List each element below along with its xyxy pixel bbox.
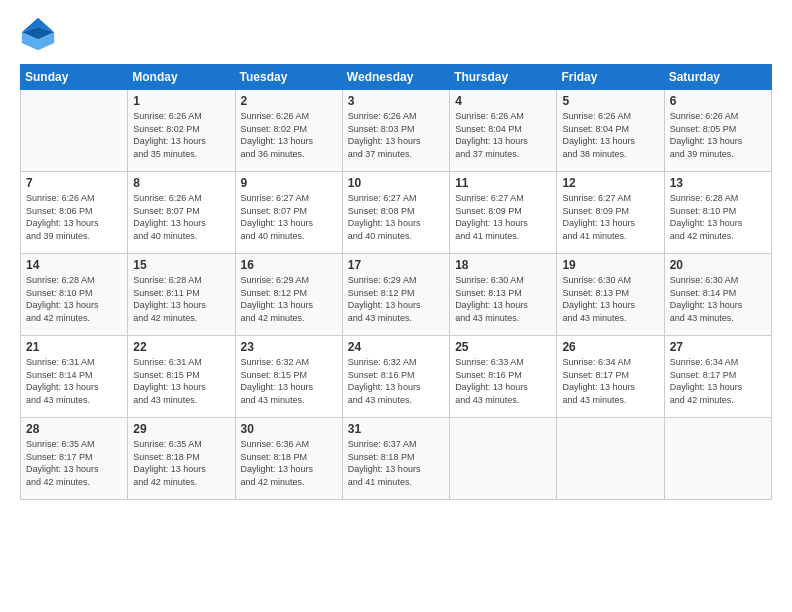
cell-info: Sunrise: 6:30 AM Sunset: 8:14 PM Dayligh…	[670, 274, 766, 324]
day-number: 6	[670, 94, 766, 108]
cell-info: Sunrise: 6:30 AM Sunset: 8:13 PM Dayligh…	[562, 274, 658, 324]
calendar-cell: 19Sunrise: 6:30 AM Sunset: 8:13 PM Dayli…	[557, 254, 664, 336]
calendar-cell: 24Sunrise: 6:32 AM Sunset: 8:16 PM Dayli…	[342, 336, 449, 418]
calendar-cell: 18Sunrise: 6:30 AM Sunset: 8:13 PM Dayli…	[450, 254, 557, 336]
calendar-cell: 9Sunrise: 6:27 AM Sunset: 8:07 PM Daylig…	[235, 172, 342, 254]
calendar-cell: 1Sunrise: 6:26 AM Sunset: 8:02 PM Daylig…	[128, 90, 235, 172]
calendar-cell: 10Sunrise: 6:27 AM Sunset: 8:08 PM Dayli…	[342, 172, 449, 254]
cell-info: Sunrise: 6:26 AM Sunset: 8:05 PM Dayligh…	[670, 110, 766, 160]
cell-info: Sunrise: 6:26 AM Sunset: 8:04 PM Dayligh…	[455, 110, 551, 160]
calendar-cell: 6Sunrise: 6:26 AM Sunset: 8:05 PM Daylig…	[664, 90, 771, 172]
calendar-cell: 20Sunrise: 6:30 AM Sunset: 8:14 PM Dayli…	[664, 254, 771, 336]
calendar-week-row: 14Sunrise: 6:28 AM Sunset: 8:10 PM Dayli…	[21, 254, 772, 336]
day-number: 24	[348, 340, 444, 354]
cell-info: Sunrise: 6:26 AM Sunset: 8:07 PM Dayligh…	[133, 192, 229, 242]
day-number: 12	[562, 176, 658, 190]
calendar-week-row: 7Sunrise: 6:26 AM Sunset: 8:06 PM Daylig…	[21, 172, 772, 254]
day-number: 4	[455, 94, 551, 108]
day-number: 10	[348, 176, 444, 190]
day-number: 23	[241, 340, 337, 354]
day-number: 13	[670, 176, 766, 190]
weekday-header: Monday	[128, 65, 235, 90]
day-number: 9	[241, 176, 337, 190]
calendar-cell: 15Sunrise: 6:28 AM Sunset: 8:11 PM Dayli…	[128, 254, 235, 336]
day-number: 2	[241, 94, 337, 108]
day-number: 1	[133, 94, 229, 108]
day-number: 8	[133, 176, 229, 190]
calendar-cell: 3Sunrise: 6:26 AM Sunset: 8:03 PM Daylig…	[342, 90, 449, 172]
calendar-cell: 16Sunrise: 6:29 AM Sunset: 8:12 PM Dayli…	[235, 254, 342, 336]
cell-info: Sunrise: 6:32 AM Sunset: 8:16 PM Dayligh…	[348, 356, 444, 406]
weekday-header: Sunday	[21, 65, 128, 90]
day-number: 20	[670, 258, 766, 272]
cell-info: Sunrise: 6:26 AM Sunset: 8:03 PM Dayligh…	[348, 110, 444, 160]
day-number: 29	[133, 422, 229, 436]
calendar-cell: 25Sunrise: 6:33 AM Sunset: 8:16 PM Dayli…	[450, 336, 557, 418]
day-number: 15	[133, 258, 229, 272]
calendar-cell: 2Sunrise: 6:26 AM Sunset: 8:02 PM Daylig…	[235, 90, 342, 172]
day-number: 5	[562, 94, 658, 108]
calendar-cell: 22Sunrise: 6:31 AM Sunset: 8:15 PM Dayli…	[128, 336, 235, 418]
cell-info: Sunrise: 6:32 AM Sunset: 8:15 PM Dayligh…	[241, 356, 337, 406]
cell-info: Sunrise: 6:31 AM Sunset: 8:14 PM Dayligh…	[26, 356, 122, 406]
header-row: SundayMondayTuesdayWednesdayThursdayFrid…	[21, 65, 772, 90]
logo-icon	[20, 16, 56, 52]
weekday-header: Wednesday	[342, 65, 449, 90]
cell-info: Sunrise: 6:28 AM Sunset: 8:11 PM Dayligh…	[133, 274, 229, 324]
cell-info: Sunrise: 6:29 AM Sunset: 8:12 PM Dayligh…	[241, 274, 337, 324]
weekday-header: Saturday	[664, 65, 771, 90]
day-number: 26	[562, 340, 658, 354]
day-number: 25	[455, 340, 551, 354]
cell-info: Sunrise: 6:33 AM Sunset: 8:16 PM Dayligh…	[455, 356, 551, 406]
calendar-cell: 26Sunrise: 6:34 AM Sunset: 8:17 PM Dayli…	[557, 336, 664, 418]
cell-info: Sunrise: 6:34 AM Sunset: 8:17 PM Dayligh…	[562, 356, 658, 406]
day-number: 17	[348, 258, 444, 272]
cell-info: Sunrise: 6:31 AM Sunset: 8:15 PM Dayligh…	[133, 356, 229, 406]
day-number: 22	[133, 340, 229, 354]
calendar-week-row: 21Sunrise: 6:31 AM Sunset: 8:14 PM Dayli…	[21, 336, 772, 418]
calendar-cell: 14Sunrise: 6:28 AM Sunset: 8:10 PM Dayli…	[21, 254, 128, 336]
calendar-cell: 23Sunrise: 6:32 AM Sunset: 8:15 PM Dayli…	[235, 336, 342, 418]
page-container: SundayMondayTuesdayWednesdayThursdayFrid…	[0, 0, 792, 510]
calendar-cell	[21, 90, 128, 172]
day-number: 3	[348, 94, 444, 108]
cell-info: Sunrise: 6:27 AM Sunset: 8:09 PM Dayligh…	[562, 192, 658, 242]
calendar-cell: 21Sunrise: 6:31 AM Sunset: 8:14 PM Dayli…	[21, 336, 128, 418]
calendar-cell: 11Sunrise: 6:27 AM Sunset: 8:09 PM Dayli…	[450, 172, 557, 254]
calendar-week-row: 28Sunrise: 6:35 AM Sunset: 8:17 PM Dayli…	[21, 418, 772, 500]
day-number: 18	[455, 258, 551, 272]
cell-info: Sunrise: 6:28 AM Sunset: 8:10 PM Dayligh…	[670, 192, 766, 242]
calendar-cell: 12Sunrise: 6:27 AM Sunset: 8:09 PM Dayli…	[557, 172, 664, 254]
cell-info: Sunrise: 6:34 AM Sunset: 8:17 PM Dayligh…	[670, 356, 766, 406]
calendar-cell: 4Sunrise: 6:26 AM Sunset: 8:04 PM Daylig…	[450, 90, 557, 172]
cell-info: Sunrise: 6:27 AM Sunset: 8:07 PM Dayligh…	[241, 192, 337, 242]
calendar-cell: 7Sunrise: 6:26 AM Sunset: 8:06 PM Daylig…	[21, 172, 128, 254]
day-number: 28	[26, 422, 122, 436]
cell-info: Sunrise: 6:26 AM Sunset: 8:02 PM Dayligh…	[241, 110, 337, 160]
day-number: 7	[26, 176, 122, 190]
weekday-header: Friday	[557, 65, 664, 90]
day-number: 16	[241, 258, 337, 272]
cell-info: Sunrise: 6:28 AM Sunset: 8:10 PM Dayligh…	[26, 274, 122, 324]
cell-info: Sunrise: 6:27 AM Sunset: 8:09 PM Dayligh…	[455, 192, 551, 242]
weekday-header: Tuesday	[235, 65, 342, 90]
calendar-cell: 31Sunrise: 6:37 AM Sunset: 8:18 PM Dayli…	[342, 418, 449, 500]
day-number: 19	[562, 258, 658, 272]
cell-info: Sunrise: 6:35 AM Sunset: 8:18 PM Dayligh…	[133, 438, 229, 488]
cell-info: Sunrise: 6:30 AM Sunset: 8:13 PM Dayligh…	[455, 274, 551, 324]
cell-info: Sunrise: 6:36 AM Sunset: 8:18 PM Dayligh…	[241, 438, 337, 488]
cell-info: Sunrise: 6:29 AM Sunset: 8:12 PM Dayligh…	[348, 274, 444, 324]
page-header	[20, 16, 772, 52]
calendar-cell: 28Sunrise: 6:35 AM Sunset: 8:17 PM Dayli…	[21, 418, 128, 500]
cell-info: Sunrise: 6:26 AM Sunset: 8:04 PM Dayligh…	[562, 110, 658, 160]
calendar-cell: 29Sunrise: 6:35 AM Sunset: 8:18 PM Dayli…	[128, 418, 235, 500]
cell-info: Sunrise: 6:35 AM Sunset: 8:17 PM Dayligh…	[26, 438, 122, 488]
cell-info: Sunrise: 6:37 AM Sunset: 8:18 PM Dayligh…	[348, 438, 444, 488]
calendar-cell	[664, 418, 771, 500]
calendar-cell: 8Sunrise: 6:26 AM Sunset: 8:07 PM Daylig…	[128, 172, 235, 254]
calendar-cell: 17Sunrise: 6:29 AM Sunset: 8:12 PM Dayli…	[342, 254, 449, 336]
day-number: 27	[670, 340, 766, 354]
calendar-week-row: 1Sunrise: 6:26 AM Sunset: 8:02 PM Daylig…	[21, 90, 772, 172]
cell-info: Sunrise: 6:26 AM Sunset: 8:06 PM Dayligh…	[26, 192, 122, 242]
calendar-cell: 30Sunrise: 6:36 AM Sunset: 8:18 PM Dayli…	[235, 418, 342, 500]
